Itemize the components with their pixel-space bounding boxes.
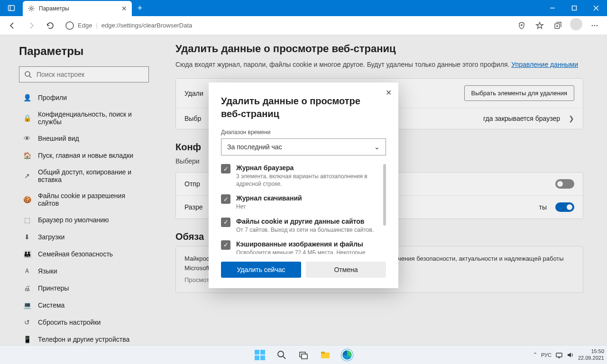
svg-point-9 xyxy=(592,25,593,26)
file-explorer-icon[interactable] xyxy=(316,346,335,364)
menu-button[interactable] xyxy=(586,18,603,33)
edge-taskbar-icon[interactable] xyxy=(338,346,357,364)
window-close-button[interactable] xyxy=(585,0,607,16)
checkbox-title: Файлы cookie и другие данные сайтов xyxy=(236,218,374,225)
checkbox-subtitle: Нет xyxy=(236,203,302,210)
dialog-close-button[interactable]: ✕ xyxy=(386,88,392,97)
volume-icon[interactable] xyxy=(567,352,574,358)
svg-rect-17 xyxy=(302,354,307,359)
time-range-select[interactable]: За последний час ⌄ xyxy=(221,138,386,155)
checkbox-item[interactable]: ✓ Кэшированные изображения и файлы Освоб… xyxy=(221,240,379,254)
url-text: edge://settings/clearBrowserData xyxy=(101,22,192,29)
reload-button[interactable] xyxy=(42,18,59,33)
checkbox-item[interactable]: ✓ Журнал браузера 3 элемента, включая ва… xyxy=(221,164,379,188)
checkbox-title: Журнал браузера xyxy=(236,164,379,172)
checkbox-title: Журнал скачиваний xyxy=(236,194,302,202)
window-titlebar: Параметры ✕ + xyxy=(0,0,607,16)
svg-rect-19 xyxy=(321,352,325,354)
cancel-button[interactable]: Отмена xyxy=(306,262,386,278)
taskbar-clock[interactable]: 15:50 22.09.2021 xyxy=(578,348,604,361)
clear-data-dialog: ✕ Удалить данные о просмотре веб-страниц… xyxy=(209,82,398,288)
svg-point-11 xyxy=(597,25,598,26)
back-button[interactable] xyxy=(4,18,21,33)
network-icon[interactable] xyxy=(555,352,563,358)
chevron-down-icon: ⌄ xyxy=(374,143,380,151)
profile-avatar[interactable] xyxy=(570,18,582,30)
checkbox-checked-icon[interactable]: ✓ xyxy=(221,194,230,204)
taskbar-search-icon[interactable] xyxy=(272,346,291,364)
window-minimize-button[interactable] xyxy=(542,0,563,16)
site-identity-icon xyxy=(65,21,74,30)
tab-title: Параметры xyxy=(39,5,69,12)
checkbox-checked-icon[interactable]: ✓ xyxy=(221,240,230,250)
browser-toolbar: Edge | edge://settings/clearBrowserData xyxy=(0,16,607,35)
gear-icon xyxy=(28,5,35,12)
checkbox-subtitle: Освободится меньше 72,4 МБ места. Некото… xyxy=(236,249,379,254)
svg-rect-4 xyxy=(572,6,577,10)
time-range-label: Диапазон времени xyxy=(221,129,386,136)
checkbox-item[interactable]: ✓ Журнал скачиваний Нет xyxy=(221,194,379,210)
svg-line-15 xyxy=(283,356,285,359)
svg-point-14 xyxy=(278,351,284,357)
start-button[interactable] xyxy=(250,346,269,364)
svg-point-2 xyxy=(30,8,32,9)
tab-close-icon[interactable]: ✕ xyxy=(121,5,127,12)
checkbox-title: Кэшированные изображения и файлы xyxy=(236,240,379,248)
svg-rect-20 xyxy=(556,353,562,357)
checkbox-subtitle: 3 элемента, включая варианты автозаполне… xyxy=(236,173,379,188)
app-name-label: Edge xyxy=(78,22,92,29)
checkbox-checked-icon[interactable]: ✓ xyxy=(221,164,230,173)
address-bar[interactable]: Edge | edge://settings/clearBrowserData xyxy=(61,21,511,30)
svg-point-7 xyxy=(521,24,522,25)
svg-point-10 xyxy=(594,25,596,26)
collections-icon[interactable] xyxy=(549,18,566,33)
checkbox-item[interactable]: ✓ Файлы cookie и другие данные сайтов От… xyxy=(221,218,379,234)
task-view-icon[interactable] xyxy=(294,346,313,364)
checkbox-subtitle: От 7 сайтов. Выход из сети на большинств… xyxy=(236,226,374,234)
tracking-prevention-icon[interactable] xyxy=(513,18,530,33)
dialog-title: Удалить данные о просмотре веб-страниц xyxy=(221,95,386,120)
window-maximize-button[interactable] xyxy=(563,0,585,16)
tray-chevron-icon[interactable]: ⌃ xyxy=(533,352,537,358)
forward-button[interactable] xyxy=(23,18,40,33)
sidebar-toggle-icon[interactable] xyxy=(0,0,23,16)
clear-now-button[interactable]: Удалить сейчас xyxy=(221,262,301,278)
language-indicator[interactable]: РУС xyxy=(541,352,552,358)
new-tab-button[interactable]: + xyxy=(132,0,148,16)
windows-taskbar: ⌃ РУС 15:50 22.09.2021 xyxy=(0,345,607,364)
checkbox-checked-icon[interactable]: ✓ xyxy=(221,218,230,227)
svg-rect-0 xyxy=(9,6,15,11)
browser-tab[interactable]: Параметры ✕ xyxy=(23,1,132,16)
favorites-icon[interactable] xyxy=(531,18,548,33)
scrollbar[interactable] xyxy=(383,164,386,226)
